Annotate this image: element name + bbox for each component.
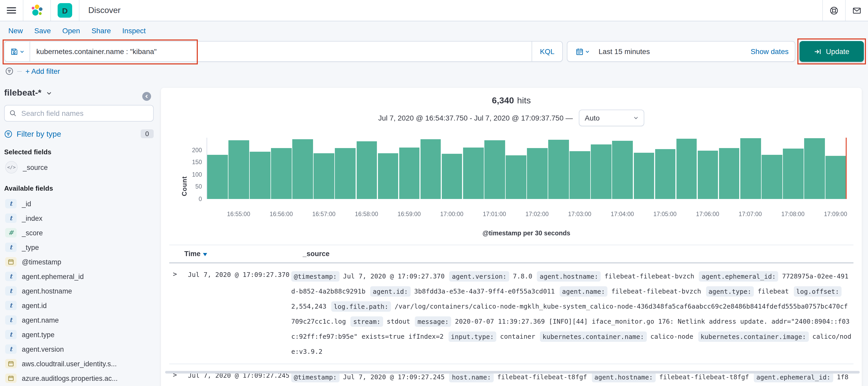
help-button[interactable] <box>822 0 845 21</box>
field-item[interactable]: t_id <box>4 197 154 211</box>
chart-bar[interactable] <box>591 144 612 199</box>
chart-bar[interactable] <box>356 141 377 199</box>
chart-bar[interactable] <box>527 148 548 199</box>
index-pattern-switcher[interactable]: filebeat-* <box>4 88 154 98</box>
saved-query-menu-button[interactable] <box>5 41 30 61</box>
interval-value: Auto <box>585 114 600 122</box>
chart-bar[interactable] <box>676 139 697 199</box>
source-field-value: filebeat-filebeat-bvzch <box>611 287 701 295</box>
chart-bar[interactable] <box>463 148 484 199</box>
chart-bar[interactable] <box>762 155 782 199</box>
source-field-badge: kubernetes.container.name: <box>540 331 647 342</box>
y-tick-label: 50 <box>184 184 202 190</box>
time-range-value[interactable]: Last 15 minutes <box>597 47 751 56</box>
chart-bar[interactable] <box>421 140 441 199</box>
source-field-badge: message: <box>415 316 451 327</box>
chart-bar[interactable] <box>292 140 313 199</box>
menu-item-save[interactable]: Save <box>34 27 51 35</box>
field-item[interactable]: </>_source <box>4 160 154 175</box>
field-type-string-icon: t <box>5 243 17 252</box>
x-tick-label: 17:02:00 <box>525 211 549 217</box>
table-row: >Jul 7, 2020 @ 17:09:27.370@timestamp:Ju… <box>169 263 854 364</box>
source-field-value: filebeat-filebeat-t8fgf <box>497 373 587 381</box>
add-filter-button[interactable]: + Add filter <box>25 67 60 75</box>
chart-bar[interactable] <box>633 153 654 199</box>
horizontal-scrollbar[interactable] <box>165 371 860 374</box>
chart-bar[interactable] <box>612 141 633 199</box>
y-tick-label: 150 <box>184 159 202 165</box>
date-quick-select-button[interactable] <box>567 48 597 55</box>
chart-bar[interactable] <box>207 154 228 199</box>
field-name: agent.name <box>22 316 59 324</box>
chart-bar[interactable] <box>484 140 505 199</box>
collapse-sidebar-button[interactable] <box>142 92 151 101</box>
source-field-badge: agent.ephemeral_id: <box>699 271 778 281</box>
show-dates-button[interactable]: Show dates <box>751 47 795 56</box>
field-item[interactable]: aws.cloudtrail.user_identity.s... <box>4 356 154 371</box>
nav-menu-button[interactable] <box>0 0 23 21</box>
field-item[interactable]: t_index <box>4 211 154 226</box>
x-tick-label: 17:00:00 <box>440 211 464 217</box>
expand-row-icon[interactable]: > <box>169 269 188 359</box>
chart-bar[interactable] <box>655 149 675 199</box>
pinned-filters-icon[interactable] <box>5 67 13 75</box>
source-field-value: Jul 7, 2020 @ 17:09:27.370 <box>343 272 445 280</box>
chart-bar[interactable] <box>570 151 590 199</box>
chart-bar[interactable] <box>804 138 825 199</box>
field-search-box <box>4 105 154 122</box>
app-icon-discover[interactable]: D <box>51 0 80 21</box>
field-item[interactable]: azure.auditlogs.properties.ac... <box>4 371 154 385</box>
chart-bar[interactable] <box>250 152 270 199</box>
chart-bar[interactable] <box>314 153 334 199</box>
current-time-marker <box>846 138 847 199</box>
query-input[interactable] <box>30 41 532 61</box>
chart-bar[interactable] <box>271 148 291 199</box>
field-item[interactable]: tagent.hostname <box>4 284 154 298</box>
field-item[interactable]: t_type <box>4 240 154 255</box>
menu-item-inspect[interactable]: Inspect <box>122 27 146 35</box>
field-type-date-icon <box>5 374 17 383</box>
source-field-value: filebeat-filebeat-t8fgf <box>659 373 749 381</box>
chart-bar[interactable] <box>378 153 398 199</box>
column-header-time[interactable]: Time <box>169 250 303 258</box>
field-item[interactable]: @timestamp <box>4 255 154 269</box>
field-item[interactable]: tagent.ephemeral_id <box>4 269 154 284</box>
chart-bar[interactable] <box>335 148 355 199</box>
calendar-icon <box>576 48 583 55</box>
menu-item-new[interactable]: New <box>8 27 23 35</box>
newsfeed-button[interactable] <box>845 0 868 21</box>
field-item[interactable]: tagent.id <box>4 298 154 313</box>
y-tick-label: 0 <box>184 196 202 202</box>
chart-bar[interactable] <box>719 148 740 199</box>
chart-bar[interactable] <box>549 140 569 199</box>
field-item[interactable]: tagent.name <box>4 313 154 327</box>
chart-bar[interactable] <box>740 138 761 199</box>
results-panel: 6,340hits Jul 7, 2020 @ 16:54:37.750 - J… <box>161 88 862 386</box>
x-tick-label: 17:06:00 <box>696 211 719 217</box>
query-language-button[interactable]: KQL <box>532 41 562 61</box>
field-type-string-icon: t <box>5 345 17 354</box>
interval-select[interactable]: Auto <box>579 110 645 126</box>
source-field-badge: @timestamp: <box>291 271 340 281</box>
filter-by-type-button[interactable]: Filter by type 0 <box>4 129 154 138</box>
field-item[interactable]: #_score <box>4 226 154 240</box>
field-name: _source <box>23 164 48 171</box>
filter-count-badge: 0 <box>141 129 154 138</box>
chevron-left-icon <box>144 94 149 99</box>
chart-bar[interactable] <box>826 156 846 199</box>
elastic-logo[interactable] <box>23 0 51 21</box>
source-field-badge: input.type: <box>448 331 497 342</box>
field-item[interactable]: tagent.version <box>4 342 154 356</box>
chart-bar[interactable] <box>442 153 462 199</box>
field-item[interactable]: tagent.type <box>4 327 154 342</box>
chart-bar[interactable] <box>228 140 249 199</box>
update-button[interactable]: Update <box>800 41 864 62</box>
menu-item-share[interactable]: Share <box>91 27 111 35</box>
menu-item-open[interactable]: Open <box>62 27 80 35</box>
chart-bar[interactable] <box>783 149 803 199</box>
chart-bar[interactable] <box>506 155 526 199</box>
histogram-chart: Count 050100150200 16:55:0016:56:0016:57… <box>207 138 846 237</box>
chart-bar[interactable] <box>399 148 420 199</box>
field-search-input[interactable] <box>20 109 149 118</box>
chart-bar[interactable] <box>698 150 718 199</box>
